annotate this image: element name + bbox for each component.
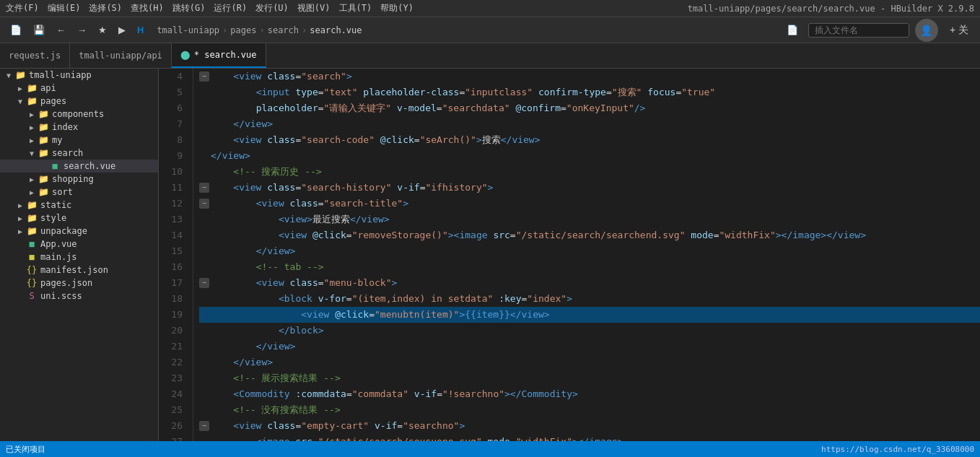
code-line[interactable]: <view @click="removeStorage()"><image sr… [199, 227, 980, 243]
sidebar-item-unpackage[interactable]: ▶ 📁 unpackage [0, 225, 158, 238]
code-line[interactable]: </view> [199, 354, 980, 370]
tab-search-vue[interactable]: ⬤ * search.vue [172, 43, 266, 68]
code-token: > [488, 180, 494, 196]
sidebar-item-uni-scss[interactable]: S uni.scss [0, 290, 158, 303]
breadcrumb-search[interactable]: search [268, 25, 299, 35]
code-token [211, 132, 233, 148]
code-token: @click [335, 307, 369, 323]
fold-indicator[interactable]: − [199, 278, 209, 288]
plus-close-button[interactable]: + 关 [944, 21, 974, 40]
code-token [211, 291, 279, 307]
code-lines[interactable]: − <view class="search"> <input type="tex… [193, 69, 980, 441]
code-token: "widthFix" [719, 227, 775, 243]
menu-run[interactable]: 运行(R) [214, 2, 247, 14]
sidebar-item-search-vue[interactable]: ■ search.vue [0, 160, 158, 173]
sidebar-item-components[interactable]: ▶ 📁 components [0, 108, 158, 121]
code-line[interactable]: </view> [199, 339, 980, 354]
sidebar-item-my[interactable]: ▶ 📁 my [0, 134, 158, 147]
line-number: 16 [159, 259, 187, 275]
sidebar-item-tmall-uniapp[interactable]: ▼ 📁 tmall-uniapp [0, 69, 158, 82]
code-line[interactable]: <input type="text" placeholder-class="in… [199, 84, 980, 100]
code-line[interactable]: <Commodity :commdata="commdata" v-if="!s… [199, 386, 980, 402]
menu-file[interactable]: 文件(F) [6, 2, 39, 14]
code-token [211, 212, 279, 227]
menu-tools[interactable]: 工具(T) [339, 2, 372, 14]
code-line[interactable]: − <view class="empty-cart" v-if="searchn… [199, 418, 980, 434]
code-line[interactable]: <view>最近搜索</view> [199, 212, 980, 227]
forward-button[interactable]: → [73, 23, 91, 37]
back-button[interactable]: ← [52, 23, 70, 37]
menu-view[interactable]: 视图(V) [297, 2, 331, 14]
menu-find[interactable]: 查找(H) [131, 2, 164, 14]
code-line[interactable]: − <view class="menu-block"> [199, 275, 980, 291]
menu-select[interactable]: 选择(S) [89, 2, 122, 14]
code-line[interactable]: <!-- tab --> [199, 259, 980, 275]
json-file-icon: {} [26, 278, 38, 288]
code-line[interactable]: <!-- 没有搜索结果 --> [199, 402, 980, 418]
sidebar-item-label: components [52, 109, 158, 119]
menu-edit[interactable]: 编辑(E) [48, 2, 81, 14]
fold-indicator[interactable]: − [199, 71, 209, 82]
code-line[interactable]: </view> [199, 116, 980, 132]
tab-request-js[interactable]: request.js [0, 43, 70, 68]
code-token: "index" [527, 291, 566, 307]
tab-label: ⬤ [180, 50, 190, 60]
sidebar-item-api[interactable]: ▶ 📁 api [0, 82, 158, 95]
file-icon-button[interactable]: 📄 [782, 23, 802, 37]
code-token: class [290, 275, 318, 291]
fold-indicator[interactable]: − [199, 183, 209, 193]
code-token: "widthFix" [516, 434, 572, 441]
sidebar-item-static[interactable]: ▶ 📁 static [0, 199, 158, 212]
fold-indicator[interactable]: − [199, 421, 209, 431]
code-token: </view> [501, 132, 541, 148]
code-line[interactable]: <block v-for="(item,index) in setdata" :… [199, 291, 980, 307]
sidebar-item-app-vue[interactable]: ■ App.vue [0, 238, 158, 251]
code-line[interactable]: </block> [199, 323, 980, 339]
code-line[interactable]: <!-- 展示搜索结果 --> [199, 370, 980, 386]
sidebar-item-search-folder[interactable]: ▼ 📁 search [0, 147, 158, 160]
menu-publish[interactable]: 发行(U) [255, 2, 289, 14]
code-line[interactable]: <view @click="menubtn(item)">{{item}}</v… [199, 307, 980, 323]
sidebar-item-pages-json[interactable]: {} pages.json [0, 277, 158, 290]
sidebar-item-pages[interactable]: ▼ 📁 pages [0, 95, 158, 108]
save-button[interactable]: 💾 [29, 23, 49, 37]
code-line[interactable]: <view class="search-code" @click="seArch… [199, 132, 980, 148]
sidebar-item-main-js[interactable]: ■ main.js [0, 251, 158, 264]
sidebar-item-style[interactable]: ▶ 📁 style [0, 212, 158, 225]
run-button[interactable]: ▶ [114, 23, 130, 37]
sidebar-item-index[interactable]: ▶ 📁 index [0, 121, 158, 134]
bookmark-button[interactable]: ★ [94, 23, 111, 37]
code-line[interactable]: − <view class="search-title"> [199, 196, 980, 212]
vue-file-icon: ■ [49, 161, 61, 171]
app-title: tmall-uniapp/pages/search/search.vue - H… [688, 4, 974, 14]
line-number: 5 [159, 84, 187, 100]
code-token [211, 418, 233, 434]
code-line[interactable]: − <view class="search"> [199, 69, 980, 84]
code-line[interactable]: </view> [199, 243, 980, 259]
folder-icon: 📁 [38, 148, 49, 158]
code-line[interactable]: <image src="/static/search/sousuono.svg"… [199, 434, 980, 441]
code-line[interactable]: placeholder="请输入关键字" v-model="searchdata… [199, 100, 980, 116]
fold-indicator[interactable]: − [199, 199, 209, 209]
tab-label-text: * search.vue [194, 50, 257, 60]
breadcrumb-pages[interactable]: pages [230, 25, 256, 35]
breadcrumb-file[interactable]: search.vue [310, 25, 362, 35]
menu-goto[interactable]: 跳转(G) [172, 2, 206, 14]
new-file-button[interactable]: 📄 [6, 23, 26, 37]
insert-file-input[interactable] [808, 23, 909, 38]
code-container[interactable]: 4567891011121314151617181920212223242526… [159, 69, 980, 441]
sidebar-item-shopping[interactable]: ▶ 📁 shopping [0, 173, 158, 186]
sidebar-item-sort[interactable]: ▶ 📁 sort [0, 186, 158, 199]
breadcrumb-root[interactable]: tmall-uniapp [157, 25, 219, 35]
sidebar-item-manifest-json[interactable]: {} manifest.json [0, 264, 158, 277]
menu-help[interactable]: 帮助(Y) [380, 2, 414, 14]
code-token: > [459, 307, 465, 323]
tab-tmall-api[interactable]: tmall-uniapp/api [70, 43, 172, 68]
code-line[interactable]: − <view class="search-history" v-if="ifh… [199, 180, 980, 196]
code-token: "text" [324, 84, 358, 100]
code-line[interactable]: </view> [199, 148, 980, 164]
code-line[interactable]: <!-- 搜索历史 --> [199, 164, 980, 180]
folder-icon: 📁 [38, 187, 49, 197]
avatar[interactable]: 👤 [915, 19, 938, 42]
code-token: ></image> [572, 434, 623, 441]
